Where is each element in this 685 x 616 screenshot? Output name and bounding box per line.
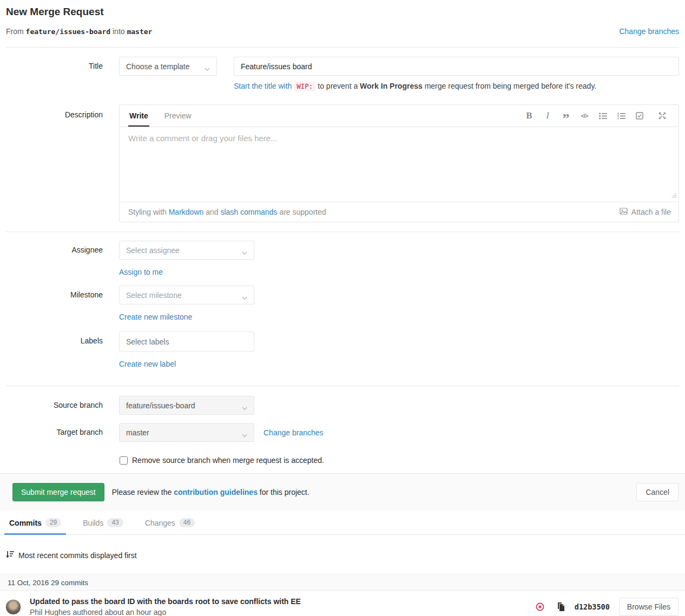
numbered-list-icon[interactable] (614, 108, 629, 123)
slash-commands-link[interactable]: slash commands (220, 208, 277, 216)
markdown-support-note: Styling with Markdown and slash commands… (128, 208, 326, 216)
tab-builds[interactable]: Builds 43 (78, 511, 128, 535)
milestone-label: Milestone (6, 286, 103, 321)
description-textarea[interactable] (120, 127, 679, 202)
sort-descending-icon (6, 551, 14, 560)
wip-hint-link[interactable]: Start the title with (234, 82, 292, 90)
source-branch-label: Source branch (6, 396, 103, 415)
tab-preview[interactable]: Preview (163, 105, 193, 127)
commit-day-header: 11 Oct, 2016 29 commits (0, 574, 685, 591)
target-branch-dropdown[interactable]: master (119, 423, 254, 442)
bulleted-list-icon[interactable] (595, 108, 610, 123)
labels-label: Labels (6, 332, 103, 368)
assign-to-me-link[interactable]: Assign to me (119, 268, 163, 276)
attach-image-icon (620, 208, 628, 216)
create-new-label-link[interactable]: Create new label (119, 360, 176, 368)
commits-count-badge: 29 (45, 518, 61, 527)
bold-icon[interactable]: B (522, 108, 537, 123)
chevron-down-icon (205, 64, 210, 68)
contribution-guidelines-link[interactable]: contribution guidelines (174, 488, 258, 496)
title-input[interactable] (234, 57, 679, 76)
page-title: New Merge Request (6, 6, 679, 18)
chevron-down-icon (242, 293, 247, 297)
builds-count-badge: 43 (107, 518, 123, 527)
chevron-down-icon (242, 248, 247, 252)
ci-status-failed-icon[interactable] (536, 602, 544, 611)
markdown-editor: Write Preview B I ” </> (119, 104, 679, 222)
section-divider (6, 386, 679, 386)
remove-source-branch-label[interactable]: Remove source branch when merge request … (132, 456, 324, 465)
submit-merge-request-button[interactable]: Submit merge request (12, 483, 104, 501)
form-actions: Submit merge request Please review the c… (0, 473, 685, 511)
browse-files-button[interactable]: Browse Files (619, 598, 679, 616)
avatar[interactable] (5, 599, 21, 615)
create-new-milestone-link[interactable]: Create new milestone (119, 313, 192, 321)
copy-sha-icon[interactable] (557, 602, 565, 611)
labels-input[interactable] (119, 332, 254, 352)
source-branch-name: feature/issues-board (26, 28, 111, 36)
template-dropdown[interactable]: Choose a template (119, 57, 217, 76)
italic-icon[interactable]: I (540, 108, 555, 123)
contribution-note: Please review the contribution guideline… (112, 488, 637, 496)
cancel-button[interactable]: Cancel (636, 483, 679, 501)
merge-request-tabs: Commits 29 Builds 43 Changes 46 (0, 511, 685, 535)
description-label: Description (6, 104, 103, 119)
markdown-link[interactable]: Markdown (169, 208, 204, 216)
commit-author-meta: Phil Hughes authored about an hour ago (30, 607, 536, 616)
change-branches-link-top[interactable]: Change branches (619, 27, 679, 36)
title-label: Title (6, 57, 103, 70)
wip-code: WIP: (294, 81, 315, 91)
page-header: New Merge Request From feature/issues-bo… (6, 0, 679, 48)
commit-title[interactable]: Updated to pass the board ID with the bo… (30, 596, 536, 607)
remove-source-branch-checkbox[interactable] (120, 456, 128, 465)
chevron-down-icon (242, 430, 247, 434)
commit-sort-note: Most recent commits displayed first (6, 551, 685, 560)
section-divider (6, 231, 679, 232)
commit-sha[interactable]: d12b3500 (575, 602, 610, 611)
tab-write[interactable]: Write (128, 105, 149, 127)
commit-list-item: Updated to pass the board ID with the bo… (0, 591, 685, 616)
markdown-toolbar: B I ” </> (522, 108, 670, 123)
milestone-dropdown[interactable]: Select milestone (119, 286, 254, 304)
resize-handle[interactable] (671, 191, 676, 200)
target-branch-label: Target branch (6, 423, 103, 465)
tab-changes[interactable]: Changes 46 (140, 511, 200, 535)
branch-summary: From feature/issues-board into master (6, 27, 152, 36)
quote-icon[interactable]: ” (558, 108, 574, 123)
tab-commits[interactable]: Commits 29 (4, 511, 66, 535)
attach-file-button[interactable]: Attach a file (620, 208, 671, 216)
fullscreen-icon[interactable] (655, 108, 670, 123)
changes-count-badge: 46 (179, 518, 195, 527)
task-list-icon[interactable] (632, 108, 647, 123)
assignee-dropdown[interactable]: Select assignee (119, 241, 254, 260)
new-merge-request-page: New Merge Request From feature/issues-bo… (0, 0, 685, 616)
wip-hint: Start the title with WIP: to prevent a W… (234, 82, 679, 90)
source-branch-dropdown[interactable]: feature/issues-board (119, 396, 254, 415)
change-branches-link[interactable]: Change branches (264, 428, 324, 437)
chevron-down-icon (242, 403, 247, 407)
target-branch-name: master (127, 28, 152, 36)
attach-file-label: Attach a file (631, 208, 671, 216)
code-icon[interactable]: </> (577, 108, 592, 123)
assignee-label: Assignee (6, 241, 103, 276)
